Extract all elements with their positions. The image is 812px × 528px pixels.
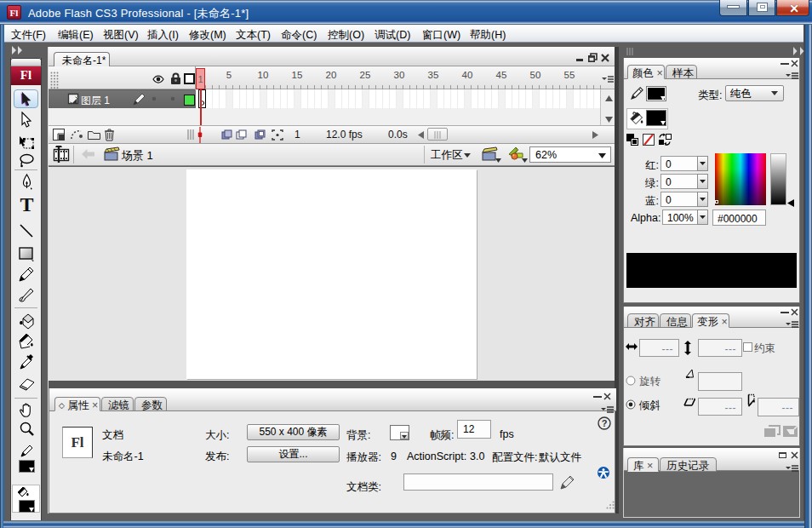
svg-text:T: T xyxy=(20,193,33,215)
svg-text:?: ? xyxy=(602,418,608,428)
